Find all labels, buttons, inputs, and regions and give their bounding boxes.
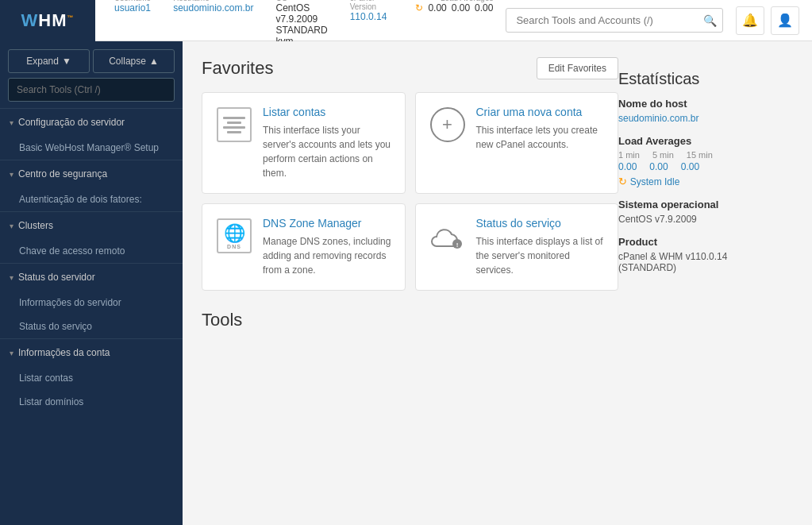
logo: WHM™ xyxy=(0,0,95,41)
fav-card-criar-conta-content: Criar uma nova conta This interface lets… xyxy=(476,106,606,152)
sidebar-search[interactable] xyxy=(0,78,183,108)
globe-icon: 🌐 xyxy=(224,223,245,244)
sidebar-section-config: ▾ Configuração do servidor Basic WebHost… xyxy=(0,108,183,160)
sidebar-item-list-domains[interactable]: Listar domínios xyxy=(0,390,183,414)
load-15: 0.00 xyxy=(475,2,493,14)
system-idle-text: System Idle xyxy=(630,176,680,187)
sidebar-search-input[interactable] xyxy=(8,78,175,102)
sidebar: Expand ▼ Collapse ▲ ▾ Configuração do se… xyxy=(0,41,183,525)
fav-card-dns-zone: 🌐 DNS DNS Zone Manager Manage DNS zones,… xyxy=(202,203,406,291)
favorites-title: Favorites xyxy=(202,58,273,79)
content-main: Favorites Edit Favorites xyxy=(202,57,618,334)
section-server-status-label: Status do servidor xyxy=(18,272,95,283)
fav-card-status-servico: ! Status do serviço This interface displ… xyxy=(415,203,619,291)
sidebar-section-security: ▾ Centro de segurança Autenticação de do… xyxy=(0,160,183,211)
main-content: Favorites Edit Favorites xyxy=(183,41,812,525)
chevron-icon: ▾ xyxy=(10,273,13,282)
expand-button[interactable]: Expand ▼ xyxy=(8,49,90,73)
username-group: Username usuario1 xyxy=(114,0,151,47)
sidebar-section-clusters: ▾ Clusters Chave de acesso remoto xyxy=(0,211,183,263)
os-value: CentOS v7.9.2009 STANDARD kvm xyxy=(276,2,328,47)
load-1: 0.00 xyxy=(428,2,446,14)
sidebar-item-list-accounts[interactable]: Listar contas xyxy=(0,366,183,390)
expand-label: Expand xyxy=(26,56,59,67)
edit-favorites-button[interactable]: Edit Favorites xyxy=(537,57,618,79)
stats-panel: Estatísticas Nome do host seudominio.com… xyxy=(618,57,793,334)
cpanel-label: cPanel Version xyxy=(350,0,387,11)
section-config-label: Configuração do servidor xyxy=(18,117,125,128)
sidebar-item-2fa[interactable]: Autenticação de dois fatores: xyxy=(0,187,183,211)
stats-os-group: Sistema operacional CentOS v7.9.2009 xyxy=(618,199,780,225)
logo-text: WHM™ xyxy=(21,10,75,31)
sidebar-section-title-account-info[interactable]: ▾ Informações da conta xyxy=(0,339,183,366)
load-averages: Load Averages ↻ 0.00 0.00 0.00 xyxy=(415,0,493,47)
list-icon xyxy=(215,106,253,144)
cpanel-value: 110.0.14 xyxy=(350,11,387,22)
sidebar-item-server-info[interactable]: Informações do servidor xyxy=(0,291,183,315)
bell-icon-btn[interactable]: 🔔 xyxy=(736,6,764,35)
stats-load-headers: 1 min 5 min 15 min xyxy=(618,150,780,160)
stats-hostname-label: Nome do host xyxy=(618,98,780,110)
stats-refresh-icon: ↻ xyxy=(618,176,627,187)
load-15min-label: 15 min xyxy=(687,150,713,160)
tools-title: Tools xyxy=(202,310,618,330)
cloud-icon: ! xyxy=(429,217,467,255)
sidebar-section-title-config[interactable]: ▾ Configuração do servidor xyxy=(0,109,183,136)
collapse-label: Collapse xyxy=(109,56,146,67)
fav-card-listar-contas: Listar contas This interface lists your … xyxy=(202,92,406,194)
svg-text:!: ! xyxy=(456,241,458,249)
logo-tm: ™ xyxy=(67,14,74,21)
sidebar-section-account-info: ▾ Informações da conta Listar contas Lis… xyxy=(0,338,183,414)
top-bar: WHM™ Username usuario1 Hostname seudomin… xyxy=(0,0,812,41)
collapse-button[interactable]: Collapse ▲ xyxy=(93,49,175,73)
load-1min-label: 1 min xyxy=(618,150,640,160)
chevron-icon: ▾ xyxy=(10,170,13,179)
fav-card-status-desc: This interface displays a list of the se… xyxy=(476,234,606,277)
stats-load-numbers: 0.00 0.00 0.00 xyxy=(618,161,780,172)
stats-product-value: cPanel & WHM v110.0.14 (STANDARD) xyxy=(618,251,780,273)
cpanel-group: cPanel Version 110.0.14 xyxy=(350,0,387,47)
load-val-15: 0.00 xyxy=(681,161,699,172)
stats-product-group: Product cPanel & WHM v110.0.14 (STANDARD… xyxy=(618,236,780,273)
section-account-info-label: Informações da conta xyxy=(18,347,110,358)
stats-hostname-value: seudominio.com.br xyxy=(618,113,780,124)
stats-hostname-group: Nome do host seudominio.com.br xyxy=(618,98,780,124)
sidebar-section-title-clusters[interactable]: ▾ Clusters xyxy=(0,212,183,239)
fav-card-criar-conta: + Criar uma nova conta This interface le… xyxy=(415,92,619,194)
favorites-grid: Listar contas This interface lists your … xyxy=(202,92,618,291)
sidebar-item-service-status[interactable]: Status do serviço xyxy=(0,315,183,338)
search-input[interactable] xyxy=(506,8,723,33)
stats-product-label: Product xyxy=(618,236,780,248)
sidebar-section-title-server-status[interactable]: ▾ Status do servidor xyxy=(0,264,183,291)
fav-card-criar-conta-title[interactable]: Criar uma nova conta xyxy=(476,106,606,118)
sidebar-item-remote-access[interactable]: Chave de acesso remoto xyxy=(0,239,183,263)
sidebar-item-basic-webhost[interactable]: Basic WebHost Manager® Setup xyxy=(0,136,183,160)
fav-card-status-title[interactable]: Status do serviço xyxy=(476,217,606,230)
hostname-group: Hostname seudominio.com.br xyxy=(173,0,253,47)
stats-load-label: Load Averages xyxy=(618,135,780,147)
load-values: ↻ 0.00 0.00 0.00 xyxy=(415,2,493,14)
fav-card-listar-contas-title[interactable]: Listar contas xyxy=(263,106,392,118)
top-search[interactable]: 🔍 xyxy=(506,8,723,33)
load-val-5: 0.00 xyxy=(649,161,668,172)
fav-card-dns-title[interactable]: DNS Zone Manager xyxy=(263,217,392,230)
user-icon-btn[interactable]: 👤 xyxy=(771,6,799,35)
fav-card-status-content: Status do serviço This interface display… xyxy=(476,217,606,277)
sidebar-section-title-security[interactable]: ▾ Centro de segurança xyxy=(0,160,183,187)
load-val-1: 0.00 xyxy=(618,161,637,172)
dns-label-text: DNS xyxy=(227,244,241,249)
main-layout: Expand ▼ Collapse ▲ ▾ Configuração do se… xyxy=(0,41,812,525)
fav-card-listar-contas-content: Listar contas This interface lists your … xyxy=(263,106,392,180)
section-clusters-label: Clusters xyxy=(18,220,53,231)
fav-card-dns-content: DNS Zone Manager Manage DNS zones, inclu… xyxy=(263,217,392,277)
stats-os-label: Sistema operacional xyxy=(618,199,780,210)
load-refresh-icon: ↻ xyxy=(415,2,423,14)
sidebar-section-server-status: ▾ Status do servidor Informações do serv… xyxy=(0,263,183,338)
favorites-header: Favorites Edit Favorites xyxy=(202,57,618,79)
search-icon-btn[interactable]: 🔍 xyxy=(703,14,717,27)
stats-load-group: Load Averages 1 min 5 min 15 min 0.00 0.… xyxy=(618,135,780,187)
stats-title: Estatísticas xyxy=(618,70,780,88)
stats-os-value: CentOS v7.9.2009 xyxy=(618,214,780,225)
dns-icon: 🌐 DNS xyxy=(215,217,253,255)
load-5: 0.00 xyxy=(452,2,470,14)
